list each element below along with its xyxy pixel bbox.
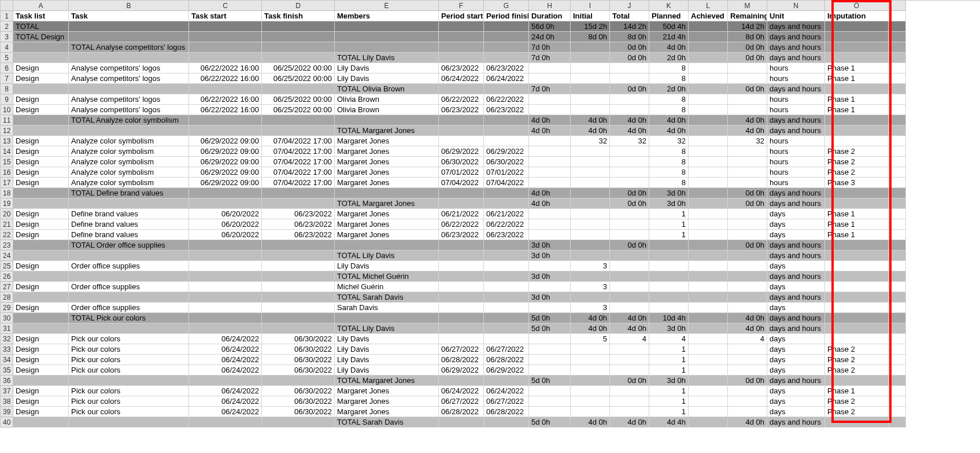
row-header[interactable]: 27 [1,282,13,292]
cell-E17[interactable]: Margaret Jones [335,178,439,188]
cell-E22[interactable]: Margaret Jones [335,230,439,240]
cell-A33[interactable]: Design [13,344,69,355]
cell-J8[interactable]: 0d 0h [610,84,649,94]
cell-F38[interactable]: 06/27/2022 [439,396,484,407]
cell-N33[interactable]: days [767,344,825,355]
cell-G27[interactable] [484,282,529,292]
cell-D6[interactable]: 06/25/2022 00:00 [262,63,335,73]
cell-A4[interactable] [13,42,69,53]
cell-I1[interactable]: Initial [571,11,610,21]
cell-D7[interactable]: 06/25/2022 00:00 [262,73,335,84]
cell-P2[interactable] [889,21,906,32]
cell-D40[interactable] [262,417,335,428]
cell-D33[interactable]: 06/30/2022 [262,344,335,355]
row-header[interactable]: 4 [1,42,13,53]
cell-D30[interactable] [262,313,335,323]
cell-A27[interactable]: Design [13,282,69,292]
row-header[interactable]: 13 [1,136,13,146]
row-header[interactable]: 11 [1,115,13,126]
cell-O37[interactable]: Phase 1 [825,386,889,396]
cell-E18[interactable] [335,188,439,198]
cell-A5[interactable] [13,53,69,63]
cell-P37[interactable] [889,386,906,396]
cell-G22[interactable]: 06/23/2022 [484,230,529,240]
cell-K30[interactable]: 10d 4h [649,313,689,323]
cell-I7[interactable] [571,73,610,84]
cell-P1[interactable] [889,11,906,21]
row-header[interactable]: 37 [1,386,13,396]
cell-F27[interactable] [439,282,484,292]
cell-C21[interactable]: 06/20/2022 [189,219,262,230]
cell-O39[interactable]: Phase 2 [825,407,889,417]
cell-E27[interactable]: Michel Guérin [335,282,439,292]
cell-A31[interactable] [13,323,69,334]
cell-E14[interactable]: Margaret Jones [335,146,439,157]
cell-N6[interactable]: hours [767,63,825,73]
cell-L23[interactable] [689,240,728,251]
cell-D38[interactable]: 06/30/2022 [262,396,335,407]
cell-O11[interactable] [825,115,889,126]
row-header[interactable]: 23 [1,240,13,251]
cell-F32[interactable] [439,334,484,344]
cell-O32[interactable] [825,334,889,344]
cell-K19[interactable]: 3d 0h [649,198,689,209]
cell-J26[interactable] [610,271,649,282]
cell-A10[interactable]: Design [13,105,69,115]
cell-P36[interactable] [889,375,906,386]
cell-G38[interactable]: 06/27/2022 [484,396,529,407]
cell-I33[interactable] [571,344,610,355]
cell-M11[interactable]: 4d 0h [728,115,767,126]
cell-P9[interactable] [889,94,906,105]
cell-H21[interactable] [529,219,571,230]
cell-D19[interactable] [262,198,335,209]
cell-A6[interactable]: Design [13,63,69,73]
cell-F35[interactable]: 06/29/2022 [439,365,484,375]
cell-J4[interactable]: 0d 0h [610,42,649,53]
cell-N31[interactable]: days and hours [767,323,825,334]
cell-F24[interactable] [439,251,484,261]
cell-E26[interactable]: TOTAL Michel Guérin [335,271,439,282]
cell-O30[interactable] [825,313,889,323]
cell-L29[interactable] [689,303,728,313]
cell-I24[interactable] [571,251,610,261]
cell-I23[interactable] [571,240,610,251]
cell-O12[interactable] [825,126,889,136]
cell-G2[interactable] [484,21,529,32]
row-header[interactable]: 3 [1,32,13,42]
cell-F18[interactable] [439,188,484,198]
cell-O13[interactable] [825,136,889,146]
cell-H36[interactable]: 5d 0h [529,375,571,386]
cell-H4[interactable]: 7d 0h [529,42,571,53]
cell-I3[interactable]: 8d 0h [571,32,610,42]
cell-H3[interactable]: 24d 0h [529,32,571,42]
row-header[interactable]: 35 [1,365,13,375]
cell-B39[interactable]: Pick our colors [69,407,189,417]
cell-D37[interactable]: 06/30/2022 [262,386,335,396]
cell-E29[interactable]: Sarah Davis [335,303,439,313]
cell-E39[interactable]: Margaret Jones [335,407,439,417]
cell-H22[interactable] [529,230,571,240]
cell-M17[interactable] [728,178,767,188]
cell-H9[interactable] [529,94,571,105]
cell-O23[interactable] [825,240,889,251]
cell-E40[interactable]: TOTAL Sarah Davis [335,417,439,428]
cell-J11[interactable]: 4d 0h [610,115,649,126]
cell-D16[interactable]: 07/04/2022 17:00 [262,167,335,178]
cell-M19[interactable]: 0d 0h [728,198,767,209]
cell-K25[interactable] [649,261,689,271]
cell-J25[interactable] [610,261,649,271]
cell-K18[interactable]: 3d 0h [649,188,689,198]
row-header[interactable]: 29 [1,303,13,313]
cell-B27[interactable]: Order office supplies [69,282,189,292]
cell-D8[interactable] [262,84,335,94]
cell-E34[interactable]: Lily Davis [335,355,439,365]
cell-B13[interactable]: Analyze color symbolism [69,136,189,146]
cell-F37[interactable]: 06/24/2022 [439,386,484,396]
cell-C35[interactable]: 06/24/2022 [189,365,262,375]
cell-N14[interactable]: hours [767,146,825,157]
cell-B4[interactable]: TOTAL Analyse competitors' logos [69,42,189,53]
cell-O8[interactable] [825,84,889,94]
cell-B33[interactable]: Pick our colors [69,344,189,355]
cell-H32[interactable] [529,334,571,344]
cell-D29[interactable] [262,303,335,313]
